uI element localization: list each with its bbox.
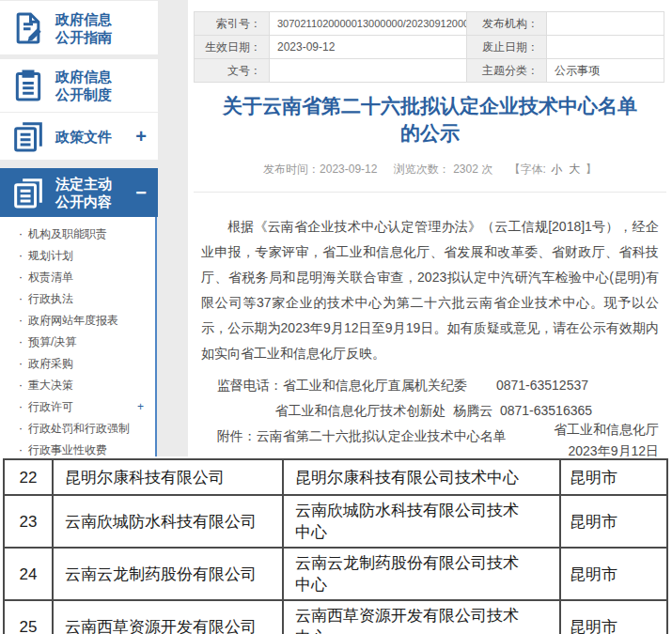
sidebar-submenu: ·机构及职能职责 ·规划计划 ·权责清单 ·行政执法 ·政府网站年度报表 ·预算… bbox=[0, 217, 157, 460]
signer-name: 省工业和信息化厅 bbox=[188, 419, 659, 441]
sidebar-item-label: 政府信息公开指南 bbox=[55, 10, 112, 46]
tech-center-name: 云南西草资源开发有限公司技术中心 bbox=[283, 600, 560, 634]
company-name: 云南西草资源开发有限公司 bbox=[53, 600, 283, 634]
page-title: 关于云南省第二十六批拟认定企业技术中心名单的公示 bbox=[188, 92, 672, 147]
row-number: 24 bbox=[4, 548, 53, 600]
company-name: 云南欣城防水科技有限公司 bbox=[53, 495, 283, 548]
font-size-label: 【字体: bbox=[509, 162, 546, 176]
submenu-item-annual-report[interactable]: ·政府网站年度报表 bbox=[0, 310, 155, 332]
tech-center-name: 昆明尔康科技有限公司技术中心 bbox=[283, 459, 560, 495]
attachment-table-section: 22 昆明尔康科技有限公司 昆明尔康科技有限公司技术中心 昆明市 23 云南欣城… bbox=[0, 456, 672, 634]
submenu-item-enforcement[interactable]: ·行政执法 bbox=[0, 288, 155, 310]
table-row: 23 云南欣城防水科技有限公司 云南欣城防水科技有限公司技术中心 昆明市 bbox=[4, 495, 667, 548]
bullet-icon: · bbox=[19, 267, 23, 288]
city-name: 昆明市 bbox=[560, 495, 667, 548]
meta-value-category: 公示事项 bbox=[547, 59, 664, 83]
expand-plus-icon[interactable]: + bbox=[135, 126, 150, 147]
bullet-icon: · bbox=[19, 353, 23, 375]
expand-plus-icon[interactable]: + bbox=[137, 396, 144, 418]
font-larger-button[interactable]: 大 bbox=[570, 162, 581, 176]
city-name: 昆明市 bbox=[560, 548, 667, 600]
meta-value-effective-date: 2023-09-12 bbox=[270, 36, 467, 59]
sidebar-item-statutory-disclosure[interactable]: 法定主动公开内容 − bbox=[0, 168, 158, 217]
article-paragraph: 根据《云南省企业技术中心认定管理办法》（云工信规[2018]1号），经企业申报，… bbox=[201, 214, 659, 366]
article-body: 根据《云南省企业技术中心认定管理办法》（云工信规[2018]1号），经企业申报，… bbox=[188, 214, 672, 449]
meta-row: 索引号： 3070211020000013000000/202309120000… bbox=[195, 12, 664, 36]
bullet-icon: · bbox=[19, 332, 23, 353]
document-meta-table: 索引号： 3070211020000013000000/202309120000… bbox=[194, 11, 664, 83]
submenu-item-major-decisions[interactable]: ·重大决策 bbox=[0, 375, 155, 396]
submenu-item-budget[interactable]: ·预算/决算 bbox=[0, 332, 155, 353]
views-label: 浏览次数： bbox=[394, 162, 450, 176]
sidebar-item-guide[interactable]: 政府信息公开指南 bbox=[0, 1, 158, 54]
meta-value-repeal-date bbox=[547, 36, 664, 59]
submenu-item-admin-license[interactable]: ·行政许可+ bbox=[0, 396, 155, 418]
meta-label-category: 主题分类： bbox=[467, 59, 547, 83]
bullet-icon: · bbox=[19, 224, 23, 245]
submenu-item-power-list[interactable]: ·权责清单 bbox=[0, 267, 155, 288]
sidebar-item-label: 法定主动公开内容 bbox=[55, 175, 112, 210]
meta-label-doc-number: 文号： bbox=[195, 59, 270, 83]
meta-row: 文号： 主题分类： 公示事项 bbox=[195, 59, 664, 83]
sidebar-item-label: 政策文件 bbox=[55, 128, 112, 146]
table-row: 25 云南西草资源开发有限公司 云南西草资源开发有限公司技术中心 昆明市 bbox=[4, 600, 667, 634]
city-name: 昆明市 bbox=[560, 459, 667, 495]
city-name: 昆明市 bbox=[560, 600, 667, 634]
submenu-item-procurement[interactable]: ·政府采购 bbox=[0, 353, 155, 375]
meta-label-effective-date: 生效日期： bbox=[195, 36, 270, 59]
font-size-label-end: 】 bbox=[586, 162, 597, 176]
bullet-icon: · bbox=[19, 418, 23, 440]
row-number: 25 bbox=[4, 600, 53, 634]
collapse-minus-icon[interactable]: − bbox=[135, 182, 150, 204]
views-unit: 次 bbox=[481, 162, 492, 176]
publish-info-line: 发布时间：2023-09-12 浏览次数： 2302 次 【字体: 小 大 】 bbox=[188, 162, 672, 178]
meta-label-index: 索引号： bbox=[195, 12, 270, 36]
clipboard-icon bbox=[9, 67, 47, 104]
tech-center-name: 云南云龙制药股份有限公司技术中心 bbox=[283, 548, 560, 600]
company-name: 云南云龙制药股份有限公司 bbox=[53, 548, 283, 600]
row-number: 22 bbox=[4, 459, 53, 495]
views-count: 2302 bbox=[453, 162, 478, 176]
submenu-item-penalty-coercion[interactable]: ·行政处罚和行政强制 bbox=[0, 418, 155, 440]
bullet-icon: · bbox=[19, 396, 23, 418]
meta-label-repeal-date: 废止日期： bbox=[467, 36, 547, 59]
publish-time: 发布时间：2023-09-12 bbox=[263, 162, 377, 176]
copy-icon bbox=[9, 174, 47, 211]
copy-icon bbox=[9, 117, 47, 155]
meta-value-doc-number bbox=[270, 59, 467, 83]
supervision-phone-line1: 监督电话：省工业和信息化厅直属机关纪委 0871-63512537 bbox=[217, 373, 659, 398]
table-row: 24 云南云龙制药股份有限公司 云南云龙制药股份有限公司技术中心 昆明市 bbox=[4, 548, 667, 600]
title-divider bbox=[194, 192, 666, 193]
font-smaller-button[interactable]: 小 bbox=[551, 162, 562, 176]
row-number: 23 bbox=[4, 495, 53, 548]
meta-value-index: 3070211020000013000000/2023091200000389 bbox=[270, 12, 467, 36]
tech-center-list-table: 22 昆明尔康科技有限公司 昆明尔康科技有限公司技术中心 昆明市 23 云南欣城… bbox=[3, 458, 668, 634]
meta-label-publisher: 发布机构： bbox=[467, 12, 547, 36]
sidebar-item-policy-files[interactable]: 政策文件 + bbox=[0, 113, 158, 160]
main-content-panel: 索引号： 3070211020000013000000/202309120000… bbox=[188, 0, 672, 462]
table-row: 22 昆明尔康科技有限公司 昆明尔康科技有限公司技术中心 昆明市 bbox=[4, 459, 667, 495]
sidebar-item-system[interactable]: 政府信息公开制度 bbox=[0, 59, 158, 112]
submenu-item-planning[interactable]: ·规划计划 bbox=[0, 245, 155, 267]
meta-row: 生效日期： 2023-09-12 废止日期： bbox=[195, 36, 664, 59]
company-name: 昆明尔康科技有限公司 bbox=[53, 459, 283, 495]
file-pen-icon bbox=[9, 9, 47, 47]
sidebar-item-label: 政府信息公开制度 bbox=[55, 68, 112, 103]
submenu-item-org-duties[interactable]: ·机构及职能职责 bbox=[0, 224, 155, 245]
meta-value-publisher bbox=[547, 12, 664, 36]
bullet-icon: · bbox=[19, 288, 23, 310]
bullet-icon: · bbox=[19, 245, 23, 267]
tech-center-name: 云南欣城防水科技有限公司技术中心 bbox=[283, 495, 560, 548]
bullet-icon: · bbox=[19, 310, 23, 332]
bullet-icon: · bbox=[19, 375, 23, 396]
